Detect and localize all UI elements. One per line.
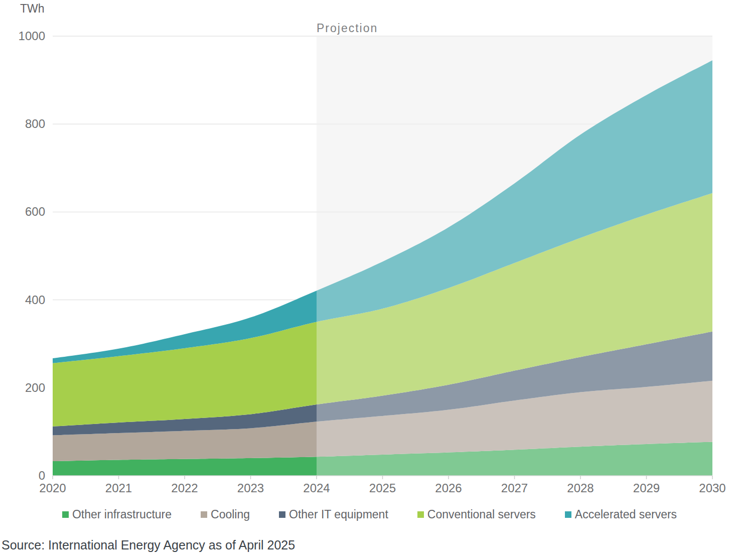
chart-figure: 0200400600800100020202021202220232024202… [0, 0, 739, 560]
stacked-area-chart: 0200400600800100020202021202220232024202… [0, 0, 739, 502]
x-axis-tick-label: 2025 [369, 481, 396, 495]
projection-label: Projection [317, 22, 378, 35]
x-axis-tick-label: 2027 [501, 481, 528, 495]
legend-item-cooling: Cooling [201, 508, 250, 521]
legend-swatch [201, 511, 207, 518]
legend-item-label: Other infrastructure [72, 508, 172, 521]
x-axis-tick-label: 2029 [633, 481, 660, 495]
x-axis-tick-label: 2026 [435, 481, 462, 495]
legend-swatch [417, 511, 424, 518]
x-axis-tick-label: 2024 [303, 481, 330, 495]
legend-item-conventional-servers: Conventional servers [417, 508, 536, 521]
legend-swatch [62, 511, 69, 518]
legend-swatch [279, 511, 285, 518]
y-axis-tick-label: 1000 [19, 29, 45, 43]
legend-item-accelerated-servers: Accelerated servers [565, 508, 677, 521]
y-axis-tick-label: 600 [25, 205, 45, 218]
legend-item-label: Other IT equipment [289, 508, 388, 521]
x-axis-tick-label: 2022 [171, 481, 198, 495]
x-axis-tick-label: 2023 [237, 481, 264, 495]
x-axis-tick-label: 2028 [567, 481, 594, 495]
y-axis-unit-label: TWh [20, 2, 45, 16]
y-axis-tick-label: 0 [39, 469, 45, 482]
x-axis-tick-label: 2021 [105, 481, 132, 495]
projection-overlay [317, 36, 712, 476]
x-axis-tick-label: 2020 [39, 481, 66, 495]
legend-item-other-infrastructure: Other infrastructure [62, 508, 172, 521]
legend-item-label: Accelerated servers [575, 508, 677, 521]
legend-item-label: Conventional servers [427, 508, 536, 521]
legend: Other infrastructureCoolingOther IT equi… [0, 508, 739, 521]
y-axis-tick-label: 800 [25, 117, 45, 130]
chart-svg: 0200400600800100020202021202220232024202… [0, 0, 739, 502]
legend-swatch [565, 511, 571, 518]
x-axis-tick-label: 2030 [699, 481, 725, 495]
y-axis-tick-label: 200 [25, 381, 45, 394]
source-text: Source: International Energy Agency as o… [2, 538, 295, 552]
legend-item-label: Cooling [211, 508, 250, 521]
y-axis-tick-label: 400 [25, 293, 45, 307]
legend-item-other-it-equipment: Other IT equipment [279, 508, 388, 521]
